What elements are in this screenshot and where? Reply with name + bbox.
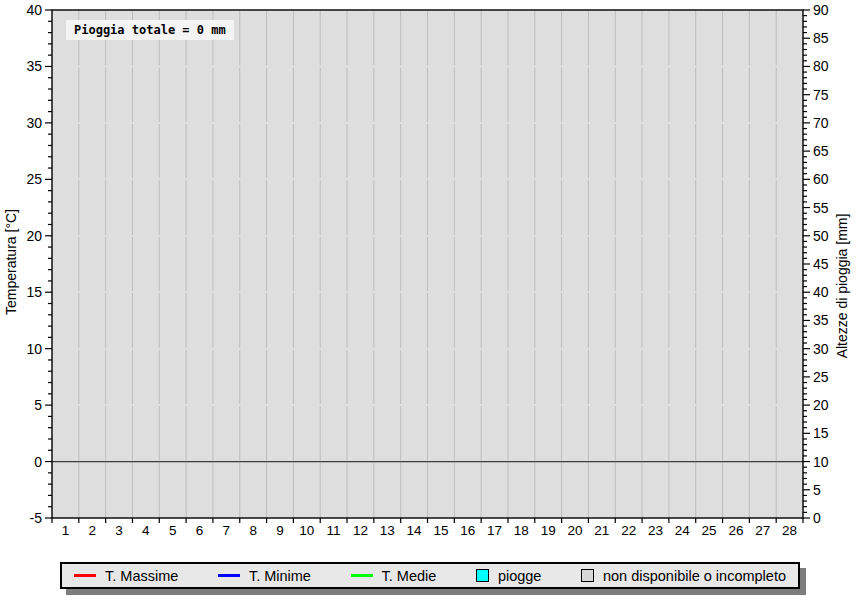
- left-tick-label: -5: [30, 510, 43, 526]
- legend-item-t-medie: T. Medie: [351, 568, 437, 584]
- day-label: 7: [223, 523, 231, 538]
- day-label: 15: [433, 523, 448, 538]
- day-label: 11: [327, 523, 341, 538]
- day-label: 2: [88, 523, 96, 538]
- legend-piogge-swatch: [476, 569, 489, 582]
- day-label: 20: [568, 523, 583, 538]
- left-tick-label: 0: [34, 454, 42, 470]
- day-label: 24: [675, 523, 691, 538]
- left-tick-label: 30: [26, 115, 42, 131]
- legend-t-medie-swatch: [351, 574, 373, 577]
- legend-non-disponibile-label: non disponibile o incompleto: [603, 568, 786, 584]
- legend-t-minime-swatch: [218, 574, 240, 577]
- right-tick-label: 30: [813, 341, 829, 357]
- legend-t-massime-swatch: [74, 574, 96, 577]
- day-label: 1: [62, 523, 70, 538]
- day-label: 6: [196, 523, 204, 538]
- right-tick-label: 75: [813, 87, 829, 103]
- day-label: 16: [460, 523, 475, 538]
- right-tick-label: 65: [813, 143, 829, 159]
- legend-piogge-label: piogge: [498, 568, 542, 584]
- right-tick-label: 40: [813, 284, 829, 300]
- left-tick-label: 25: [26, 171, 42, 187]
- day-label: 12: [353, 523, 368, 538]
- day-label: 13: [380, 523, 395, 538]
- right-tick-label: 70: [813, 115, 829, 131]
- left-tick-label: 20: [26, 228, 42, 244]
- legend-item-t-massime: T. Massime: [74, 568, 178, 584]
- right-tick-label: 45: [813, 256, 829, 272]
- right-tick-label: 85: [813, 30, 829, 46]
- day-label: 18: [514, 523, 529, 538]
- right-tick-label: 10: [813, 454, 829, 470]
- day-label: 19: [541, 523, 556, 538]
- rain-axis-title: Altezze di pioggia [mm]: [834, 214, 850, 359]
- temperature-axis-title: Temperatura [°C]: [3, 209, 19, 315]
- day-label: 22: [621, 523, 636, 538]
- left-tick-label: 40: [26, 2, 42, 18]
- legend-t-massime-label: T. Massime: [105, 568, 178, 584]
- right-tick-label: 0: [813, 510, 821, 526]
- rain-total-annotation: Pioggia totale = 0 mm: [66, 20, 234, 40]
- right-tick-label: 90: [813, 2, 829, 18]
- right-tick-label: 50: [813, 228, 829, 244]
- day-label: 3: [115, 523, 123, 538]
- day-label: 25: [702, 523, 717, 538]
- day-label: 5: [169, 523, 177, 538]
- legend-item-non-disponibile: non disponibile o incompleto: [581, 568, 786, 584]
- day-label: 10: [299, 523, 314, 538]
- legend: T. MassimeT. MinimeT. Mediepioggenon dis…: [60, 562, 800, 589]
- right-tick-label: 80: [813, 58, 829, 74]
- right-tick-label: 20: [813, 397, 829, 413]
- day-label: 27: [755, 523, 770, 538]
- day-label: 23: [648, 523, 663, 538]
- day-label: 28: [782, 523, 797, 538]
- chart-plot: 4035302520151050-59085807570656055504540…: [0, 0, 865, 600]
- legend-t-medie-label: T. Medie: [382, 568, 437, 584]
- day-label: 21: [594, 523, 609, 538]
- legend-item-piogge: piogge: [476, 568, 542, 584]
- day-label: 26: [728, 523, 743, 538]
- right-tick-label: 35: [813, 312, 829, 328]
- right-tick-label: 60: [813, 171, 829, 187]
- right-tick-label: 15: [813, 425, 829, 441]
- left-tick-label: 5: [34, 397, 42, 413]
- day-label: 17: [487, 523, 502, 538]
- day-label: 9: [276, 523, 284, 538]
- day-label: 14: [407, 523, 423, 538]
- left-tick-label: 15: [26, 284, 42, 300]
- legend-t-minime-label: T. Minime: [249, 568, 311, 584]
- left-tick-label: 10: [26, 341, 42, 357]
- weather-chart-canvas: 4035302520151050-59085807570656055504540…: [0, 0, 865, 600]
- right-tick-label: 5: [813, 482, 821, 498]
- legend-non-disponibile-swatch: [581, 569, 594, 582]
- day-label: 8: [249, 523, 257, 538]
- right-tick-label: 55: [813, 200, 829, 216]
- right-tick-label: 25: [813, 369, 829, 385]
- legend-item-t-minime: T. Minime: [218, 568, 311, 584]
- day-label: 4: [142, 523, 150, 538]
- left-tick-label: 35: [26, 58, 42, 74]
